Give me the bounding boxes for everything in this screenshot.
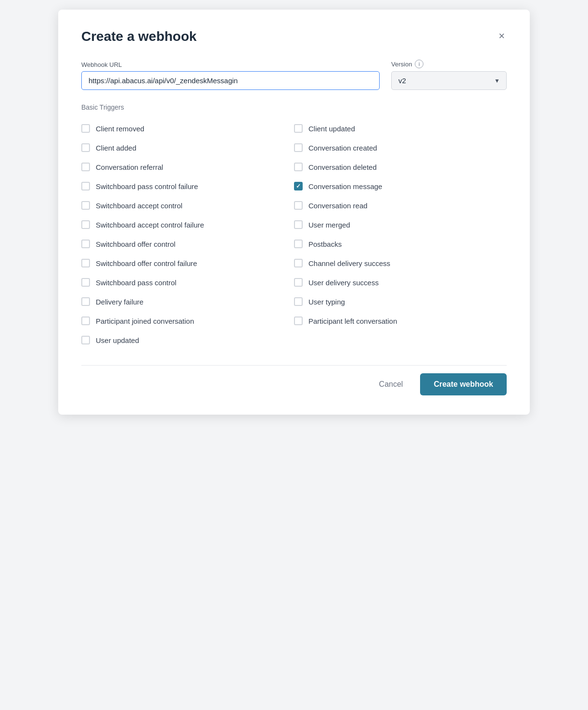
- trigger-label-client_removed: Client removed: [96, 125, 144, 133]
- triggers-grid: Client removedClient addedConversation r…: [81, 119, 507, 350]
- trigger-item-channel_delivery_success: Channel delivery success: [294, 254, 507, 273]
- trigger-label-switchboard_accept_control_failure: Switchboard accept control failure: [96, 221, 204, 229]
- trigger-label-client_updated: Client updated: [308, 125, 355, 133]
- trigger-item-switchboard_offer_control_failure: Switchboard offer control failure: [81, 254, 294, 273]
- triggers-right-column: Client updatedConversation createdConver…: [294, 119, 507, 350]
- checkbox-user_delivery_success[interactable]: [294, 278, 303, 287]
- version-select[interactable]: v2 v1 v3: [391, 71, 507, 90]
- trigger-label-user_typing: User typing: [308, 298, 345, 306]
- trigger-item-user_typing: User typing: [294, 292, 507, 311]
- webhook-url-input[interactable]: [81, 71, 380, 90]
- cancel-button[interactable]: Cancel: [370, 374, 413, 394]
- trigger-item-conversation_created: Conversation created: [294, 138, 507, 157]
- checkbox-switchboard_pass_control_failure[interactable]: [81, 182, 90, 190]
- trigger-item-conversation_message: Conversation message: [294, 177, 507, 196]
- checkbox-conversation_referral[interactable]: [81, 163, 90, 171]
- create-webhook-button[interactable]: Create webhook: [420, 373, 507, 395]
- trigger-label-conversation_message: Conversation message: [308, 182, 382, 190]
- trigger-item-conversation_deleted: Conversation deleted: [294, 157, 507, 177]
- trigger-item-user_merged: User merged: [294, 215, 507, 234]
- trigger-label-conversation_read: Conversation read: [308, 202, 368, 210]
- checkbox-conversation_created[interactable]: [294, 143, 303, 152]
- trigger-item-switchboard_accept_control: Switchboard accept control: [81, 196, 294, 215]
- create-webhook-modal: Create a webhook × Webhook URL Version i…: [58, 10, 530, 415]
- trigger-item-user_delivery_success: User delivery success: [294, 273, 507, 292]
- checkbox-switchboard_accept_control[interactable]: [81, 201, 90, 210]
- url-field-group: Webhook URL: [81, 61, 380, 90]
- checkbox-user_merged[interactable]: [294, 220, 303, 229]
- url-label: Webhook URL: [81, 61, 380, 68]
- checkbox-channel_delivery_success[interactable]: [294, 259, 303, 267]
- modal-header: Create a webhook ×: [81, 29, 507, 44]
- trigger-item-switchboard_pass_control: Switchboard pass control: [81, 273, 294, 292]
- trigger-label-user_merged: User merged: [308, 221, 350, 229]
- trigger-item-postbacks: Postbacks: [294, 234, 507, 254]
- checkbox-conversation_deleted[interactable]: [294, 163, 303, 171]
- trigger-item-conversation_read: Conversation read: [294, 196, 507, 215]
- trigger-label-switchboard_offer_control_failure: Switchboard offer control failure: [96, 259, 197, 267]
- checkbox-conversation_message[interactable]: [294, 182, 303, 190]
- trigger-label-conversation_referral: Conversation referral: [96, 163, 163, 171]
- close-button[interactable]: ×: [497, 29, 507, 43]
- checkbox-participant_joined_conversation[interactable]: [81, 317, 90, 325]
- checkbox-switchboard_offer_control[interactable]: [81, 240, 90, 248]
- trigger-item-client_removed: Client removed: [81, 119, 294, 138]
- trigger-label-client_added: Client added: [96, 144, 136, 152]
- trigger-item-user_updated: User updated: [81, 330, 294, 350]
- checkbox-participant_left_conversation[interactable]: [294, 317, 303, 325]
- trigger-item-participant_left_conversation: Participant left conversation: [294, 311, 507, 330]
- trigger-item-client_updated: Client updated: [294, 119, 507, 138]
- version-info-icon: i: [415, 60, 423, 68]
- modal-footer: Cancel Create webhook: [81, 365, 507, 395]
- checkbox-client_updated[interactable]: [294, 124, 303, 133]
- version-field-group: Version i v2 v1 v3: [391, 60, 507, 90]
- trigger-item-switchboard_offer_control: Switchboard offer control: [81, 234, 294, 254]
- checkbox-client_added[interactable]: [81, 143, 90, 152]
- trigger-item-client_added: Client added: [81, 138, 294, 157]
- checkbox-switchboard_accept_control_failure[interactable]: [81, 220, 90, 229]
- trigger-label-participant_left_conversation: Participant left conversation: [308, 317, 397, 325]
- modal-title: Create a webhook: [81, 29, 197, 44]
- checkbox-user_typing[interactable]: [294, 297, 303, 306]
- trigger-label-switchboard_pass_control: Switchboard pass control: [96, 279, 177, 287]
- triggers-left-column: Client removedClient addedConversation r…: [81, 119, 294, 350]
- checkbox-delivery_failure[interactable]: [81, 297, 90, 306]
- trigger-label-switchboard_pass_control_failure: Switchboard pass control failure: [96, 182, 198, 190]
- trigger-label-user_updated: User updated: [96, 336, 139, 344]
- trigger-item-delivery_failure: Delivery failure: [81, 292, 294, 311]
- triggers-section-label: Basic Triggers: [81, 103, 507, 111]
- checkbox-client_removed[interactable]: [81, 124, 90, 133]
- trigger-label-participant_joined_conversation: Participant joined conversation: [96, 317, 194, 325]
- checkbox-postbacks[interactable]: [294, 240, 303, 248]
- checkbox-switchboard_pass_control[interactable]: [81, 278, 90, 287]
- trigger-label-conversation_deleted: Conversation deleted: [308, 163, 377, 171]
- checkbox-conversation_read[interactable]: [294, 201, 303, 210]
- trigger-label-channel_delivery_success: Channel delivery success: [308, 259, 390, 267]
- version-wrapper: v2 v1 v3: [391, 71, 507, 90]
- form-row: Webhook URL Version i v2 v1 v3: [81, 60, 507, 90]
- trigger-label-conversation_created: Conversation created: [308, 144, 377, 152]
- trigger-label-postbacks: Postbacks: [308, 240, 342, 248]
- trigger-item-switchboard_accept_control_failure: Switchboard accept control failure: [81, 215, 294, 234]
- trigger-label-delivery_failure: Delivery failure: [96, 298, 143, 306]
- trigger-label-switchboard_offer_control: Switchboard offer control: [96, 240, 176, 248]
- trigger-label-switchboard_accept_control: Switchboard accept control: [96, 202, 182, 210]
- trigger-item-conversation_referral: Conversation referral: [81, 157, 294, 177]
- checkbox-switchboard_offer_control_failure[interactable]: [81, 259, 90, 267]
- checkbox-user_updated[interactable]: [81, 336, 90, 344]
- version-label: Version i: [391, 60, 507, 68]
- trigger-item-participant_joined_conversation: Participant joined conversation: [81, 311, 294, 330]
- trigger-label-user_delivery_success: User delivery success: [308, 279, 379, 287]
- trigger-item-switchboard_pass_control_failure: Switchboard pass control failure: [81, 177, 294, 196]
